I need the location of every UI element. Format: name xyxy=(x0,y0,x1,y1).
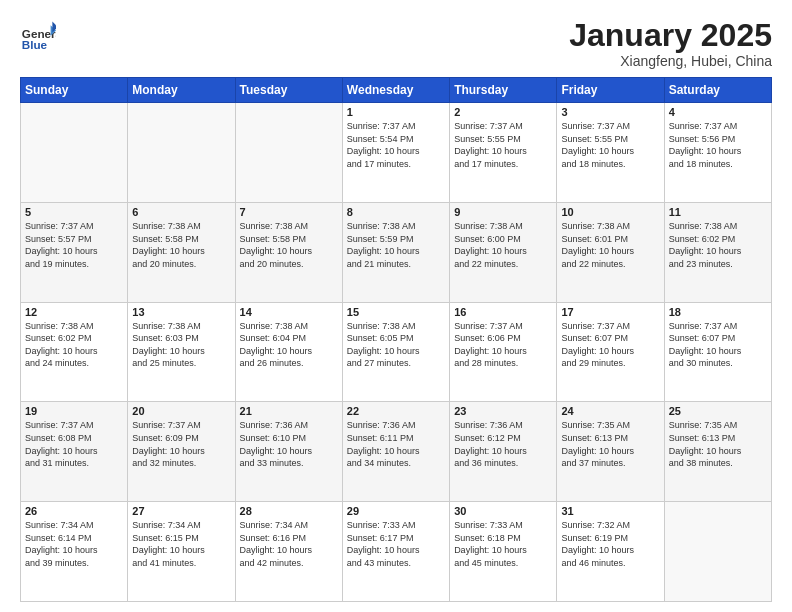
calendar-cell: 9Sunrise: 7:38 AM Sunset: 6:00 PM Daylig… xyxy=(450,202,557,302)
day-number: 19 xyxy=(25,405,123,417)
day-info: Sunrise: 7:37 AM Sunset: 5:54 PM Dayligh… xyxy=(347,120,445,170)
calendar-cell: 22Sunrise: 7:36 AM Sunset: 6:11 PM Dayli… xyxy=(342,402,449,502)
day-number: 27 xyxy=(132,505,230,517)
day-number: 31 xyxy=(561,505,659,517)
day-info: Sunrise: 7:37 AM Sunset: 5:55 PM Dayligh… xyxy=(454,120,552,170)
weekday-header-row: Sunday Monday Tuesday Wednesday Thursday… xyxy=(21,78,772,103)
header-friday: Friday xyxy=(557,78,664,103)
day-info: Sunrise: 7:37 AM Sunset: 5:55 PM Dayligh… xyxy=(561,120,659,170)
day-number: 15 xyxy=(347,306,445,318)
day-number: 17 xyxy=(561,306,659,318)
day-number: 14 xyxy=(240,306,338,318)
calendar-cell: 6Sunrise: 7:38 AM Sunset: 5:58 PM Daylig… xyxy=(128,202,235,302)
day-number: 25 xyxy=(669,405,767,417)
day-info: Sunrise: 7:36 AM Sunset: 6:11 PM Dayligh… xyxy=(347,419,445,469)
calendar-cell: 27Sunrise: 7:34 AM Sunset: 6:15 PM Dayli… xyxy=(128,502,235,602)
calendar-cell: 31Sunrise: 7:32 AM Sunset: 6:19 PM Dayli… xyxy=(557,502,664,602)
day-info: Sunrise: 7:38 AM Sunset: 6:00 PM Dayligh… xyxy=(454,220,552,270)
day-info: Sunrise: 7:36 AM Sunset: 6:10 PM Dayligh… xyxy=(240,419,338,469)
day-number: 21 xyxy=(240,405,338,417)
calendar-cell: 16Sunrise: 7:37 AM Sunset: 6:06 PM Dayli… xyxy=(450,302,557,402)
logo: General Blue xyxy=(20,18,56,54)
calendar-cell: 23Sunrise: 7:36 AM Sunset: 6:12 PM Dayli… xyxy=(450,402,557,502)
title-block: January 2025 Xiangfeng, Hubei, China xyxy=(569,18,772,69)
calendar-cell: 13Sunrise: 7:38 AM Sunset: 6:03 PM Dayli… xyxy=(128,302,235,402)
calendar-cell xyxy=(235,103,342,203)
calendar-cell: 29Sunrise: 7:33 AM Sunset: 6:17 PM Dayli… xyxy=(342,502,449,602)
day-number: 12 xyxy=(25,306,123,318)
day-number: 29 xyxy=(347,505,445,517)
calendar-cell: 12Sunrise: 7:38 AM Sunset: 6:02 PM Dayli… xyxy=(21,302,128,402)
week-row-4: 19Sunrise: 7:37 AM Sunset: 6:08 PM Dayli… xyxy=(21,402,772,502)
calendar-cell: 4Sunrise: 7:37 AM Sunset: 5:56 PM Daylig… xyxy=(664,103,771,203)
month-title: January 2025 xyxy=(569,18,772,53)
day-number: 10 xyxy=(561,206,659,218)
header-sunday: Sunday xyxy=(21,78,128,103)
day-number: 4 xyxy=(669,106,767,118)
calendar-cell: 24Sunrise: 7:35 AM Sunset: 6:13 PM Dayli… xyxy=(557,402,664,502)
calendar-cell: 2Sunrise: 7:37 AM Sunset: 5:55 PM Daylig… xyxy=(450,103,557,203)
day-number: 23 xyxy=(454,405,552,417)
day-number: 22 xyxy=(347,405,445,417)
calendar-cell: 19Sunrise: 7:37 AM Sunset: 6:08 PM Dayli… xyxy=(21,402,128,502)
day-number: 3 xyxy=(561,106,659,118)
day-number: 30 xyxy=(454,505,552,517)
calendar-cell: 21Sunrise: 7:36 AM Sunset: 6:10 PM Dayli… xyxy=(235,402,342,502)
day-info: Sunrise: 7:38 AM Sunset: 6:03 PM Dayligh… xyxy=(132,320,230,370)
day-info: Sunrise: 7:37 AM Sunset: 6:06 PM Dayligh… xyxy=(454,320,552,370)
svg-text:Blue: Blue xyxy=(22,38,48,51)
day-info: Sunrise: 7:37 AM Sunset: 6:09 PM Dayligh… xyxy=(132,419,230,469)
week-row-2: 5Sunrise: 7:37 AM Sunset: 5:57 PM Daylig… xyxy=(21,202,772,302)
day-number: 1 xyxy=(347,106,445,118)
logo-icon: General Blue xyxy=(20,18,56,54)
week-row-1: 1Sunrise: 7:37 AM Sunset: 5:54 PM Daylig… xyxy=(21,103,772,203)
day-info: Sunrise: 7:38 AM Sunset: 6:02 PM Dayligh… xyxy=(669,220,767,270)
day-info: Sunrise: 7:38 AM Sunset: 5:59 PM Dayligh… xyxy=(347,220,445,270)
day-info: Sunrise: 7:37 AM Sunset: 5:56 PM Dayligh… xyxy=(669,120,767,170)
calendar-cell xyxy=(664,502,771,602)
day-number: 7 xyxy=(240,206,338,218)
calendar-cell: 25Sunrise: 7:35 AM Sunset: 6:13 PM Dayli… xyxy=(664,402,771,502)
day-info: Sunrise: 7:34 AM Sunset: 6:16 PM Dayligh… xyxy=(240,519,338,569)
calendar-cell: 15Sunrise: 7:38 AM Sunset: 6:05 PM Dayli… xyxy=(342,302,449,402)
week-row-5: 26Sunrise: 7:34 AM Sunset: 6:14 PM Dayli… xyxy=(21,502,772,602)
day-number: 6 xyxy=(132,206,230,218)
calendar-cell: 11Sunrise: 7:38 AM Sunset: 6:02 PM Dayli… xyxy=(664,202,771,302)
day-number: 13 xyxy=(132,306,230,318)
calendar-cell: 3Sunrise: 7:37 AM Sunset: 5:55 PM Daylig… xyxy=(557,103,664,203)
day-info: Sunrise: 7:33 AM Sunset: 6:17 PM Dayligh… xyxy=(347,519,445,569)
day-info: Sunrise: 7:38 AM Sunset: 6:01 PM Dayligh… xyxy=(561,220,659,270)
header-wednesday: Wednesday xyxy=(342,78,449,103)
header-monday: Monday xyxy=(128,78,235,103)
day-info: Sunrise: 7:37 AM Sunset: 6:07 PM Dayligh… xyxy=(669,320,767,370)
day-info: Sunrise: 7:35 AM Sunset: 6:13 PM Dayligh… xyxy=(561,419,659,469)
day-info: Sunrise: 7:38 AM Sunset: 5:58 PM Dayligh… xyxy=(132,220,230,270)
calendar-cell: 5Sunrise: 7:37 AM Sunset: 5:57 PM Daylig… xyxy=(21,202,128,302)
header-thursday: Thursday xyxy=(450,78,557,103)
calendar-cell: 30Sunrise: 7:33 AM Sunset: 6:18 PM Dayli… xyxy=(450,502,557,602)
calendar-cell: 8Sunrise: 7:38 AM Sunset: 5:59 PM Daylig… xyxy=(342,202,449,302)
calendar-cell: 28Sunrise: 7:34 AM Sunset: 6:16 PM Dayli… xyxy=(235,502,342,602)
day-number: 26 xyxy=(25,505,123,517)
calendar-cell: 14Sunrise: 7:38 AM Sunset: 6:04 PM Dayli… xyxy=(235,302,342,402)
calendar-cell: 26Sunrise: 7:34 AM Sunset: 6:14 PM Dayli… xyxy=(21,502,128,602)
calendar-cell: 1Sunrise: 7:37 AM Sunset: 5:54 PM Daylig… xyxy=(342,103,449,203)
day-info: Sunrise: 7:38 AM Sunset: 6:04 PM Dayligh… xyxy=(240,320,338,370)
day-number: 28 xyxy=(240,505,338,517)
day-info: Sunrise: 7:34 AM Sunset: 6:15 PM Dayligh… xyxy=(132,519,230,569)
day-info: Sunrise: 7:35 AM Sunset: 6:13 PM Dayligh… xyxy=(669,419,767,469)
day-number: 9 xyxy=(454,206,552,218)
day-info: Sunrise: 7:38 AM Sunset: 6:05 PM Dayligh… xyxy=(347,320,445,370)
calendar-cell: 7Sunrise: 7:38 AM Sunset: 5:58 PM Daylig… xyxy=(235,202,342,302)
day-info: Sunrise: 7:37 AM Sunset: 6:07 PM Dayligh… xyxy=(561,320,659,370)
week-row-3: 12Sunrise: 7:38 AM Sunset: 6:02 PM Dayli… xyxy=(21,302,772,402)
day-info: Sunrise: 7:32 AM Sunset: 6:19 PM Dayligh… xyxy=(561,519,659,569)
calendar-cell: 20Sunrise: 7:37 AM Sunset: 6:09 PM Dayli… xyxy=(128,402,235,502)
calendar-cell: 18Sunrise: 7:37 AM Sunset: 6:07 PM Dayli… xyxy=(664,302,771,402)
day-number: 18 xyxy=(669,306,767,318)
day-number: 16 xyxy=(454,306,552,318)
subtitle: Xiangfeng, Hubei, China xyxy=(569,53,772,69)
header-tuesday: Tuesday xyxy=(235,78,342,103)
calendar-cell: 17Sunrise: 7:37 AM Sunset: 6:07 PM Dayli… xyxy=(557,302,664,402)
day-info: Sunrise: 7:34 AM Sunset: 6:14 PM Dayligh… xyxy=(25,519,123,569)
